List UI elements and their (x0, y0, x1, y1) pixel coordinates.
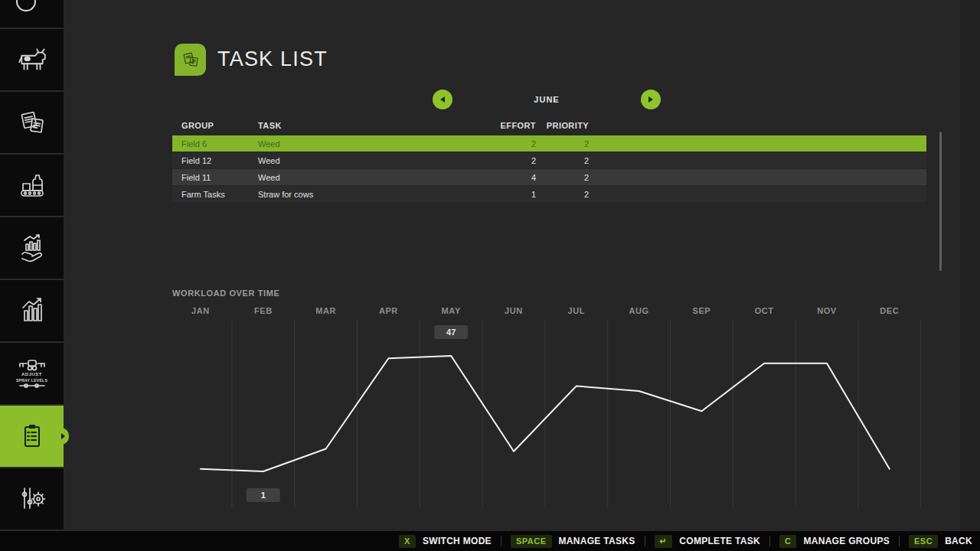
cell-priority: 2 (536, 173, 589, 182)
header-priority: PRIORITY (536, 121, 589, 130)
chart-title: WORKLOAD OVER TIME (172, 289, 279, 298)
header-effort: EFFORT (490, 121, 536, 130)
month-tick-label: APR (379, 306, 398, 315)
month-tick-label: SEP (692, 306, 710, 315)
x-key: X (399, 535, 416, 548)
keybar-label: SWITCH MODE (423, 536, 492, 546)
adjust-spray-levels-icon (17, 358, 47, 372)
sidebar-item-settings[interactable] (0, 468, 64, 530)
keybar-label: BACK (945, 536, 972, 546)
cell-group: Farm Tasks (181, 190, 258, 199)
task-list-page-icon (175, 44, 206, 76)
header-group: GROUP (181, 121, 258, 130)
cell-priority: 2 (536, 190, 589, 199)
current-month-label: JUNE (490, 95, 603, 104)
month-tick-label: MAR (315, 306, 336, 315)
enter-key-icon: ↵ (655, 535, 673, 548)
sidebar-item-production[interactable] (0, 155, 64, 216)
table-row[interactable]: Field 11Weed42 (172, 169, 926, 185)
keybar-item[interactable]: ESCBACK (909, 535, 972, 548)
table-row[interactable]: Field 6Weed22 (172, 135, 926, 152)
value-badge-text: 1 (261, 491, 266, 500)
cell-group: Field 6 (181, 139, 258, 148)
workload-chart: JANFEBMARAPRMAYJUNJULAUGSEPOCTNOVDEC147 (172, 302, 926, 520)
sidebar: ADJUST SPRAY LEVELS (0, 0, 64, 531)
sidebar-item-top-partial[interactable] (0, 0, 64, 28)
production-line-icon (17, 170, 47, 201)
documents-icon (181, 50, 201, 70)
task-table-body: Field 6Weed22Field 12Weed22Field 11Weed4… (172, 135, 926, 202)
workload-line-chart: JANFEBMARAPRMAYJUNJULAUGSEPOCTNOVDEC147 (172, 302, 926, 520)
keybar-item[interactable]: XSWITCH MODE (399, 535, 492, 548)
space-key: SPACE (511, 535, 552, 548)
month-tick-label: NOV (817, 306, 837, 315)
keybar-label: COMPLETE TASK (679, 536, 760, 546)
keybar-divider (501, 536, 501, 546)
cell-priority: 2 (536, 156, 589, 165)
scrollbar[interactable] (939, 132, 942, 271)
prev-month-button[interactable] (433, 90, 452, 109)
month-tick-label: JUL (568, 306, 586, 315)
header-task: TASK (258, 121, 490, 130)
cell-effort: 1 (490, 190, 536, 199)
sidebar-item-sales[interactable] (0, 217, 64, 279)
cell-effort: 4 (490, 173, 536, 182)
month-tick-label: MAY (442, 306, 461, 315)
cell-group: Field 11 (181, 173, 258, 182)
spray-slider-icon (17, 383, 47, 389)
circle-icon (0, 0, 64, 28)
right-arrow-icon (648, 96, 653, 103)
sidebar-item-contracts[interactable] (0, 92, 64, 153)
sidebar-item-spray-levels[interactable]: ADJUST SPRAY LEVELS (0, 343, 64, 404)
documents-icon (17, 107, 47, 138)
keybar-item[interactable]: ↵COMPLETE TASK (655, 535, 760, 548)
left-arrow-icon (440, 96, 445, 103)
bar-chart-arrow-icon (17, 295, 47, 326)
cell-task: Weed (258, 173, 490, 182)
month-tick-label: OCT (755, 306, 774, 315)
keybar-item[interactable]: SPACEMANAGE TASKS (511, 535, 635, 548)
keybar-label: MANAGE GROUPS (803, 536, 890, 546)
spray-icon-text: ADJUST SPRAY LEVELS (16, 372, 47, 383)
keybar-label: MANAGE TASKS (559, 536, 635, 546)
month-tick-label: AUG (629, 306, 648, 315)
right-gutter (960, 0, 980, 531)
sidebar-item-task-list[interactable] (0, 406, 64, 467)
cell-effort: 2 (490, 156, 536, 165)
cell-effort: 2 (490, 139, 536, 148)
month-tick-label: JAN (191, 306, 210, 315)
month-tick-label: DEC (880, 306, 899, 315)
sidebar-item-statistics[interactable] (0, 280, 64, 341)
keybar-item[interactable]: CMANAGE GROUPS (779, 535, 890, 548)
sidebar-item-animals[interactable] (0, 29, 64, 90)
keybar-divider (645, 536, 645, 546)
sliders-gear-icon (17, 484, 47, 514)
active-tab-pointer (57, 428, 69, 445)
cell-task: Weed (258, 156, 490, 165)
page-title: TASK LIST (217, 47, 328, 71)
keybind-bar: XSWITCH MODESPACEMANAGE TASKS↵COMPLETE T… (0, 531, 980, 551)
keybar-divider (899, 536, 900, 546)
next-month-button[interactable] (641, 90, 661, 109)
cell-task: Weed (258, 139, 490, 148)
task-table: GROUP TASK EFFORT PRIORITY Field 6Weed22… (172, 116, 926, 202)
table-row[interactable]: Field 12Weed22 (172, 152, 926, 168)
c-key: C (779, 535, 796, 548)
hand-chart-icon (17, 233, 47, 263)
task-table-header: GROUP TASK EFFORT PRIORITY (172, 116, 926, 135)
task-clipboard-icon (17, 421, 47, 452)
cell-group: Field 12 (181, 156, 258, 165)
cow-icon (16, 47, 48, 73)
cell-task: Straw for cows (258, 190, 490, 199)
month-tick-label: JUN (505, 306, 523, 315)
value-badge-text: 47 (446, 328, 456, 337)
esc-key: ESC (909, 535, 938, 548)
cell-priority: 2 (536, 139, 589, 148)
table-row[interactable]: Farm TasksStraw for cows12 (172, 186, 926, 202)
task-list-screen: ADJUST SPRAY LEVELS (0, 0, 980, 551)
month-tick-label: FEB (254, 306, 273, 315)
keybar-divider (769, 536, 770, 546)
